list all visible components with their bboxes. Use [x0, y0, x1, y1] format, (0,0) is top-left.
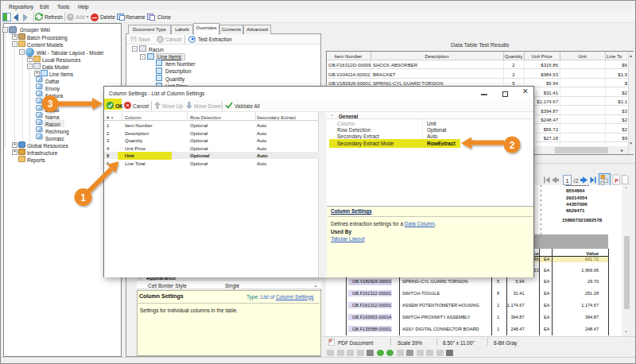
svg-text:/2: /2	[573, 177, 578, 184]
svg-text:P: P	[615, 178, 619, 184]
svg-text:1: 1	[565, 177, 568, 184]
